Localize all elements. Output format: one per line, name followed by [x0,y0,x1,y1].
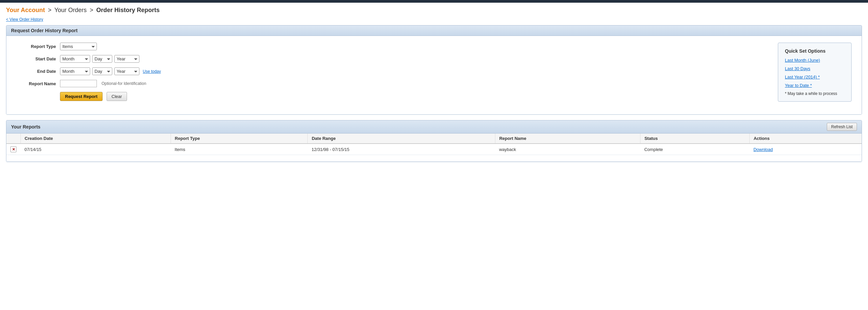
creation-date-cell: 07/14/15 [21,144,170,155]
table-row-partial [6,155,862,162]
quick-set-last-month[interactable]: Last Month (June) [785,58,844,63]
end-day-select[interactable]: Day12345 678910 1112131415 1617181920 21… [92,67,112,75]
table-header-row: Creation Date Report Type Date Range Rep… [6,134,862,144]
breadcrumb-separator1: > [48,7,52,13]
col-delete [6,134,21,144]
optional-hint: Optional-for Identification [101,81,146,86]
report-name-row: Report Name Optional-for Identification [17,80,765,87]
end-month-select[interactable]: MonthJanuaryFebruaryMarch AprilMayJuneJu… [60,67,90,75]
report-name-input[interactable] [60,80,97,87]
status-cell: Complete [640,144,749,155]
start-date-label: Start Date [17,56,60,61]
request-section-header: Request Order History Report [6,26,862,36]
download-link[interactable]: Download [753,147,773,152]
end-date-controls: MonthJanuaryFebruaryMarch AprilMayJuneJu… [60,67,161,75]
report-name-cell: wayback [495,144,640,155]
report-type-controls: Items Orders Shipments Refunds [60,43,97,50]
request-report-button[interactable]: Request Report [60,92,102,101]
clear-button[interactable]: Clear [106,92,127,101]
col-date-range: Date Range [308,134,495,144]
report-type-label: Report Type [17,44,60,49]
reports-table: Creation Date Report Type Date Range Rep… [6,134,862,162]
report-type-cell: Items [170,144,308,155]
quick-set-year-to-date[interactable]: Year to Date * [785,83,844,88]
report-name-controls: Optional-for Identification [60,80,146,87]
reports-header-row: Your Reports Refresh List [6,120,862,134]
request-section-body: Report Type Items Orders Shipments Refun… [6,36,862,114]
breadcrumb: Your Account > Your Orders > Order Histo… [0,3,868,17]
delete-cell: ✕ [6,144,21,155]
quick-set-note: * May take a while to process [785,91,844,96]
action-cell: Download [749,144,862,155]
use-today-link[interactable]: Use today [143,69,161,74]
request-section: Request Order History Report Report Type… [6,25,862,115]
quick-set-box: Quick Set Options Last Month (June) Last… [778,43,851,102]
reports-header-title: Your Reports [11,124,40,130]
start-date-controls: MonthJanuaryFebruaryMarch AprilMayJuneJu… [60,55,140,63]
view-order-history-link[interactable]: < View Order History [0,17,868,25]
col-creation-date: Creation Date [21,134,170,144]
date-range-cell: 12/31/98 - 07/15/15 [308,144,495,155]
start-date-row: Start Date MonthJanuaryFebruaryMarch Apr… [17,55,765,63]
report-type-select[interactable]: Items Orders Shipments Refunds [60,43,97,50]
col-actions: Actions [749,134,862,144]
breadcrumb-your-orders: Your Orders [54,7,87,13]
col-report-name: Report Name [495,134,640,144]
col-report-type: Report Type [170,134,308,144]
form-buttons: Request Report Clear [60,92,127,101]
end-date-label: End Date [17,69,60,74]
breadcrumb-your-account[interactable]: Your Account [6,7,45,13]
col-status: Status [640,134,749,144]
refresh-list-button[interactable]: Refresh List [827,123,857,131]
form-area: Report Type Items Orders Shipments Refun… [17,43,765,106]
table-row: ✕ 07/14/15 Items 12/31/98 - 07/15/15 way… [6,144,862,155]
top-bar [0,0,868,3]
form-buttons-row: Request Report Clear [17,92,765,101]
start-month-select[interactable]: MonthJanuaryFebruaryMarch AprilMayJuneJu… [60,55,90,63]
report-type-row: Report Type Items Orders Shipments Refun… [17,43,765,50]
delete-row-button[interactable]: ✕ [10,146,17,152]
quick-set-last-year[interactable]: Last Year (2014) * [785,75,844,80]
breadcrumb-separator2: > [90,7,93,13]
quick-set-last-30-days[interactable]: Last 30 Days [785,66,844,71]
quick-set-title: Quick Set Options [785,48,844,54]
end-date-row: End Date MonthJanuaryFebruaryMarch April… [17,67,765,75]
start-day-select[interactable]: Day12345 678910 1112131415 1617181920 21… [92,55,112,63]
end-year-select[interactable]: Year2015201420132012 2011201020092008200… [114,67,140,75]
breadcrumb-order-history: Order History Reports [96,7,159,13]
start-year-select[interactable]: Year2015201420132012 2011201020092008200… [114,55,140,63]
report-name-label: Report Name [17,81,60,86]
reports-section: Your Reports Refresh List Creation Date … [6,120,862,162]
